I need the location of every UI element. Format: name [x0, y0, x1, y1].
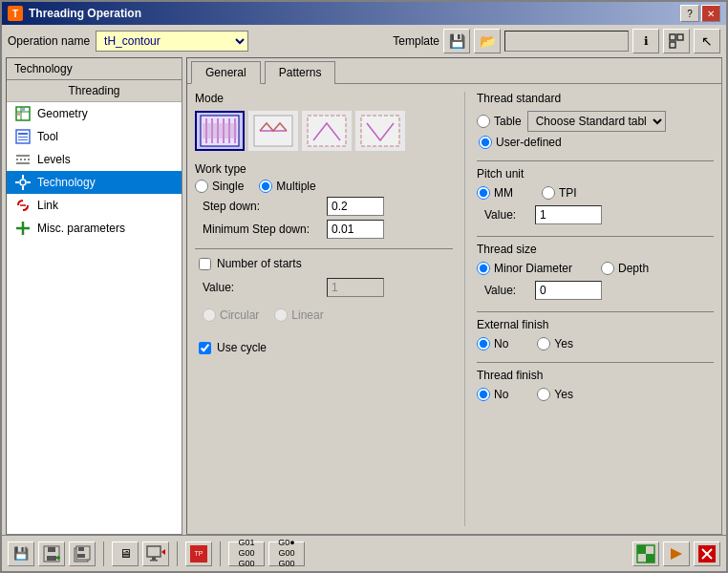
worktype-multiple-option[interactable]: Multiple: [259, 180, 315, 193]
depth-label: Depth: [618, 262, 649, 275]
window-title: Threading Operation: [29, 7, 674, 20]
info-button[interactable]: ℹ: [632, 29, 659, 53]
bottom-divider-2: [177, 541, 178, 566]
exit-btn[interactable]: [694, 541, 720, 566]
minor-diameter-option[interactable]: Minor Diameter: [477, 262, 572, 275]
close-button[interactable]: ✕: [701, 5, 720, 22]
pitch-value-row: Value:: [477, 205, 714, 224]
template-section: Template 💾 📂 ℹ ↖: [393, 29, 720, 53]
open-template-button[interactable]: 📂: [474, 29, 501, 53]
save-template-button[interactable]: 💾: [443, 29, 470, 53]
tpi-radio[interactable]: [542, 186, 555, 200]
pitch-unit-section: Pitch unit MM TPI Val: [477, 167, 714, 224]
mode-section: Mode: [195, 92, 453, 151]
depth-option[interactable]: Depth: [601, 262, 649, 275]
op-name-dropdown[interactable]: tH_contour: [96, 31, 248, 52]
number-of-starts-label: Number of starts: [217, 257, 302, 270]
svg-rect-45: [152, 557, 156, 560]
monitor-btn-1[interactable]: 🖥: [112, 541, 139, 566]
starts-value-input[interactable]: [327, 278, 384, 297]
single-label: Single: [212, 180, 244, 193]
op-name-dropdown-wrapper: tH_contour: [96, 31, 248, 52]
svg-rect-51: [646, 554, 654, 562]
pitch-value-input[interactable]: [535, 205, 602, 224]
thread-finish-yes-radio[interactable]: [537, 388, 550, 401]
cursor-button[interactable]: ↖: [694, 29, 720, 53]
sidebar-item-tool[interactable]: Tool: [7, 125, 182, 148]
use-cycle-label: Use cycle: [217, 341, 267, 354]
save-btn-1[interactable]: 💾: [8, 541, 34, 566]
g0-btn[interactable]: G0● G00 G00: [268, 541, 305, 566]
min-step-down-input[interactable]: [327, 220, 384, 239]
select-icon-button[interactable]: [663, 29, 690, 53]
sidebar-item-technology[interactable]: Technology: [7, 171, 182, 194]
mm-option[interactable]: MM: [477, 186, 513, 200]
sidebar-item-link[interactable]: Link: [7, 194, 182, 217]
user-defined-option[interactable]: User-defined: [477, 136, 714, 149]
table-radio[interactable]: [477, 115, 490, 128]
mode-image-2[interactable]: [248, 111, 298, 151]
minor-diameter-radio[interactable]: [477, 262, 490, 275]
circular-radio[interactable]: [203, 308, 216, 322]
ext-finish-no-option[interactable]: No: [477, 337, 508, 350]
linear-radio[interactable]: [274, 308, 288, 322]
sidebar-item-levels[interactable]: Levels: [7, 148, 182, 171]
svg-rect-19: [27, 181, 31, 183]
misc-label: Misc. parameters: [37, 222, 125, 235]
ext-finish-no-radio[interactable]: [477, 337, 490, 350]
user-defined-radio[interactable]: [479, 136, 492, 149]
misc-icon: [14, 220, 32, 237]
template-input[interactable]: [504, 31, 629, 52]
thread-finish-yes-label: Yes: [554, 388, 573, 401]
green-check-btn[interactable]: [632, 541, 659, 566]
thread-finish-no-option[interactable]: No: [477, 388, 508, 401]
sidebar-item-geometry[interactable]: Geometry: [7, 102, 182, 125]
single-radio[interactable]: [195, 180, 208, 193]
thread-finish-yes-option[interactable]: Yes: [537, 388, 573, 401]
tpi-option[interactable]: TPI: [542, 186, 577, 200]
use-cycle-checkbox[interactable]: [199, 342, 211, 354]
linear-option[interactable]: Linear: [274, 308, 323, 322]
ext-finish-yes-option[interactable]: Yes: [537, 337, 573, 350]
separator-1: [195, 248, 453, 249]
external-finish-section: External finish No Yes: [477, 318, 714, 350]
table-dropdown[interactable]: Choose Standard table: [527, 111, 666, 132]
tab-general[interactable]: General: [191, 61, 261, 84]
save-btn-3[interactable]: [69, 541, 96, 566]
ext-finish-yes-radio[interactable]: [537, 337, 550, 350]
user-defined-label: User-defined: [496, 136, 562, 149]
tab-patterns[interactable]: Patterns: [265, 61, 336, 84]
thread-finish-no-radio[interactable]: [477, 388, 490, 401]
circular-option[interactable]: Circular: [203, 308, 259, 322]
arrow-right-btn[interactable]: [663, 541, 690, 566]
mode-image-1[interactable]: [195, 111, 245, 151]
right-tab-content: Thread standard Table Choose Standard ta…: [465, 92, 714, 526]
thread-size-value-input[interactable]: [535, 281, 602, 300]
op-name-label: Operation name: [8, 34, 90, 48]
help-button[interactable]: ?: [680, 5, 699, 22]
geometry-label: Geometry: [37, 107, 88, 120]
save-btn-2[interactable]: [38, 541, 65, 566]
separator-5: [477, 362, 714, 363]
multiple-radio[interactable]: [259, 180, 272, 193]
step-down-label: Step down:: [203, 200, 327, 213]
number-of-starts-checkbox[interactable]: [199, 258, 211, 270]
use-cycle-row: Use cycle: [195, 341, 453, 354]
left-tab-content: Mode: [195, 92, 465, 526]
step-down-input[interactable]: [327, 197, 384, 216]
min-step-down-row: Minimum Step down:: [195, 220, 453, 239]
toolpath-btn[interactable]: TP: [185, 541, 212, 566]
save-plus-icon: [42, 544, 61, 563]
depth-radio[interactable]: [601, 262, 614, 275]
sidebar-item-misc[interactable]: Misc. parameters: [7, 217, 182, 240]
g01-btn[interactable]: G01 G00 G00: [228, 541, 265, 566]
external-finish-title: External finish: [477, 318, 714, 331]
thread-size-value-label: Value:: [484, 284, 527, 297]
mm-radio[interactable]: [477, 186, 490, 200]
worktype-single-option[interactable]: Single: [195, 180, 244, 193]
table-option[interactable]: Table: [477, 115, 522, 128]
monitor-btn-2[interactable]: [142, 541, 169, 566]
mode-icon-3: [306, 114, 348, 148]
mode-image-4[interactable]: [355, 111, 405, 151]
mode-image-3[interactable]: [302, 111, 352, 151]
